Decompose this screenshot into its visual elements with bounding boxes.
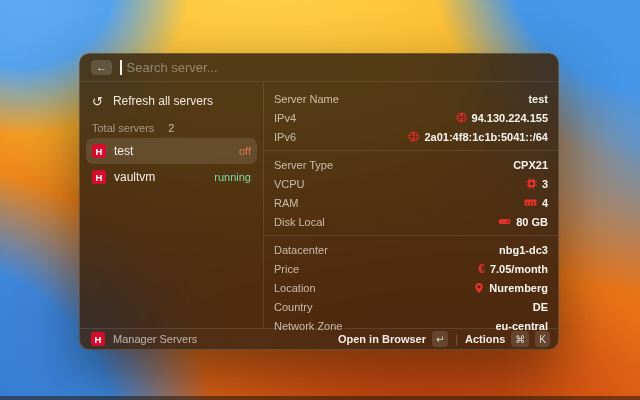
detail-row: RAM 4 [274, 193, 548, 212]
footer-bar: H Manager Servers Open in Browser ↵ | Ac… [80, 328, 558, 349]
detail-value: DE [533, 301, 548, 313]
hetzner-logo-icon: H [92, 144, 106, 158]
detail-row: IPv4 94.130.224.155 [274, 108, 548, 127]
open-in-browser-button[interactable]: Open in Browser [338, 333, 426, 345]
desktop-wallpaper: ← ↻ Refresh all servers Total servers 2 … [0, 0, 640, 400]
detail-label: VCPU [274, 178, 305, 190]
footer-divider: | [455, 334, 458, 345]
search-bar: ← [80, 54, 558, 82]
detail-value-text: 4 [542, 197, 548, 209]
detail-value-text: 2a01:4f8:1c1b:5041::/64 [424, 131, 548, 143]
detail-value: 2a01:4f8:1c1b:5041::/64 [408, 131, 548, 143]
detail-label: Country [274, 301, 313, 313]
detail-value-text: Nuremberg [489, 282, 548, 294]
cpu-icon [526, 178, 537, 189]
detail-label: Location [274, 282, 316, 294]
detail-label: IPv4 [274, 112, 296, 124]
server-list-item[interactable]: H test off [86, 138, 257, 164]
detail-row: Server Name test [274, 89, 548, 108]
detail-value-text: nbg1-dc3 [499, 244, 548, 256]
detail-label: Price [274, 263, 299, 275]
detail-value-text: 94.130.224.155 [472, 112, 548, 124]
pin-icon [474, 282, 484, 294]
total-servers-count: 2 [168, 122, 174, 134]
server-details-panel: Server Name test IPv4 94.130.224.155 IPv… [264, 82, 558, 328]
server-list-panel: ↻ Refresh all servers Total servers 2 H … [80, 82, 264, 328]
detail-group-divider [264, 150, 558, 151]
command-key-icon: ⌘ [511, 331, 529, 347]
enter-key-icon: ↵ [432, 331, 448, 347]
detail-value: CPX21 [513, 159, 548, 171]
hetzner-logo-icon: H [92, 170, 106, 184]
detail-row: Location Nuremberg [274, 278, 548, 297]
euro-icon: € [478, 263, 485, 275]
text-caret [120, 60, 122, 75]
detail-label: IPv6 [274, 131, 296, 143]
detail-row: Price € 7.05/month [274, 259, 548, 278]
globe-icon [408, 131, 419, 142]
ram-icon [524, 197, 537, 208]
detail-row: IPv6 2a01:4f8:1c1b:5041::/64 [274, 127, 548, 146]
refresh-label: Refresh all servers [113, 94, 213, 108]
detail-label: Datacenter [274, 244, 328, 256]
detail-value: 94.130.224.155 [456, 112, 548, 124]
server-name: test [114, 144, 231, 158]
detail-row: Disk Local 80 GB [274, 212, 548, 231]
detail-value-text: test [528, 93, 548, 105]
refresh-all-servers-item[interactable]: ↻ Refresh all servers [86, 88, 257, 114]
footer-actions: Open in Browser ↵ | Actions ⌘ K [338, 331, 550, 347]
detail-label: Disk Local [274, 216, 325, 228]
server-status-badge: running [214, 171, 251, 183]
detail-label: Server Type [274, 159, 333, 171]
detail-value-text: 80 GB [516, 216, 548, 228]
detail-label: RAM [274, 197, 298, 209]
server-list: H test off H vaultvm running [86, 138, 257, 190]
window-body: ↻ Refresh all servers Total servers 2 H … [80, 82, 558, 328]
detail-row: VCPU 3 [274, 174, 548, 193]
detail-value: 4 [524, 197, 548, 209]
k-key-icon: K [535, 331, 550, 347]
globe-icon [456, 112, 467, 123]
back-button[interactable]: ← [91, 60, 112, 75]
extension-name: Manager Servers [113, 333, 197, 345]
detail-value: € 7.05/month [478, 263, 548, 275]
hetzner-logo-icon: H [91, 332, 105, 346]
detail-value: Nuremberg [474, 282, 548, 294]
server-name: vaultvm [114, 170, 206, 184]
detail-value-text: CPX21 [513, 159, 548, 171]
server-list-item[interactable]: H vaultvm running [86, 164, 257, 190]
detail-value: 3 [526, 178, 548, 190]
detail-row: Server Type CPX21 [274, 155, 548, 174]
wallpaper-bottom-strip [0, 396, 640, 400]
detail-row: Country DE [274, 297, 548, 316]
disk-icon [498, 216, 511, 227]
detail-label: Server Name [274, 93, 339, 105]
refresh-icon: ↻ [92, 94, 103, 109]
detail-value-text: 3 [542, 178, 548, 190]
detail-row: Datacenter nbg1-dc3 [274, 240, 548, 259]
detail-value-text: DE [533, 301, 548, 313]
detail-group-divider [264, 235, 558, 236]
total-servers-label: Total servers [92, 122, 154, 134]
server-status-badge: off [239, 145, 251, 157]
total-servers-header: Total servers 2 [86, 114, 257, 138]
detail-value-text: 7.05/month [490, 263, 548, 275]
raycast-window: ← ↻ Refresh all servers Total servers 2 … [79, 53, 559, 350]
detail-value: test [528, 93, 548, 105]
detail-value: 80 GB [498, 216, 548, 228]
actions-button[interactable]: Actions [465, 333, 505, 345]
detail-value: nbg1-dc3 [499, 244, 548, 256]
search-input[interactable] [127, 60, 548, 75]
